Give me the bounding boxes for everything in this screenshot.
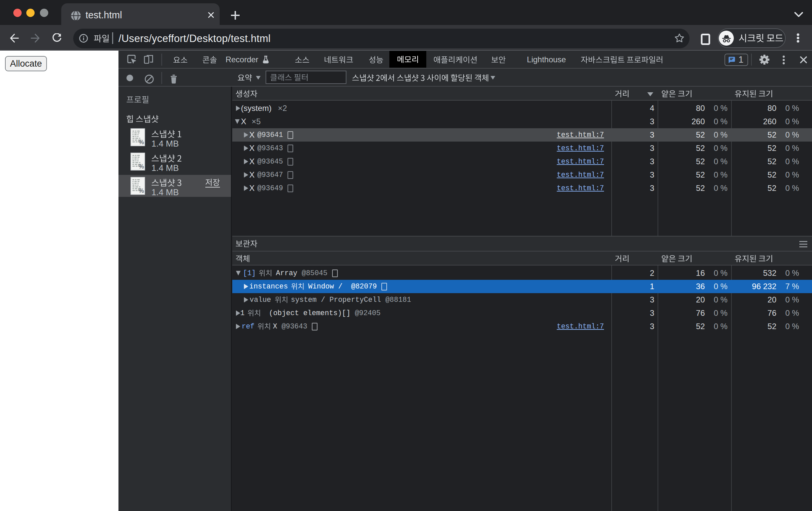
svg-text:%: % xyxy=(139,163,144,170)
svg-text:%: % xyxy=(139,187,144,194)
svg-text:%: % xyxy=(139,139,144,145)
